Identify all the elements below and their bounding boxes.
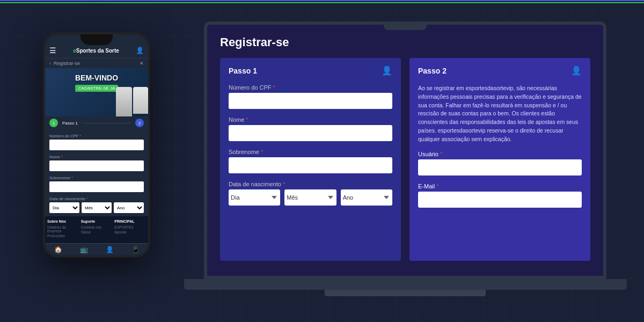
nome-input[interactable] <box>229 125 392 141</box>
phone-notch <box>80 34 113 45</box>
close-button[interactable]: ✕ <box>140 61 144 66</box>
footer-col1-item2[interactable]: Promoções <box>47 234 79 238</box>
home-icon: 🏠 <box>54 246 62 253</box>
laptop-screen-body: Registrar-se Passo 1 👤 Número do CPF <box>204 21 606 279</box>
hamburger-icon[interactable]: ☰ <box>49 46 56 55</box>
usuario-label: Usuário * <box>418 151 582 157</box>
footer-col3-item1[interactable]: ESPORTES <box>114 225 146 229</box>
scene-container: Registrar-se Passo 1 👤 Número do CPF <box>27 11 617 311</box>
footer-col1-item1[interactable]: Detalhes da Empresa <box>47 225 79 233</box>
footer-col-1: Sobre Nós Detalhes da Empresa Promoções <box>47 219 79 238</box>
phone-device: ☰ eSportes da Sorte 👤 ‹ Registrar-se ✕ B… <box>43 32 150 258</box>
footer-col-3: PRINCIPAL ESPORTES Apostar <box>114 219 146 238</box>
laptop-base <box>184 279 627 290</box>
bottom-nav-user[interactable]: 👤 <box>106 246 114 253</box>
phone-bottom-nav: 🏠 📺 👤 📱 <box>45 243 148 255</box>
sobrenome-field: Sobrenome * <box>229 149 392 173</box>
phone-nome-field: Nome * <box>49 155 144 171</box>
hero-subtitle: CADASTRE-SE JÁ <box>75 85 118 92</box>
footer-col3-item2[interactable]: Apostar <box>114 230 146 234</box>
usuario-field: Usuário * <box>418 151 582 175</box>
phone-cpf-input[interactable] <box>49 140 144 150</box>
bottom-nav-tv[interactable]: 📺 <box>80 246 88 253</box>
phone-sobrenome-input[interactable] <box>49 181 144 192</box>
laptop-content: Registrar-se Passo 1 👤 Número do CPF <box>207 25 603 276</box>
figure-2 <box>133 87 148 114</box>
phone-ano-select[interactable]: Ano <box>114 202 144 213</box>
phone-user-icon[interactable]: 👤 <box>136 47 144 54</box>
email-input[interactable] <box>418 192 582 208</box>
dob-required: * <box>283 181 285 187</box>
footer-col2-item1[interactable]: Contacte-nos <box>81 225 113 229</box>
cpf-required: * <box>273 84 275 91</box>
step1-header: Passo 1 👤 <box>229 65 392 76</box>
step2-header: Passo 2 👤 <box>418 65 582 76</box>
phone-screen: ☰ eSportes da Sorte 👤 ‹ Registrar-se ✕ B… <box>45 34 148 255</box>
phone-dob-field: Data de nascimento * Dia Mês Ano <box>49 196 144 213</box>
phone-dia-select[interactable]: Dia <box>49 202 79 213</box>
phone-dob-label: Data de nascimento * <box>49 196 144 201</box>
phone-step1-dot: 1 <box>49 119 58 127</box>
hero-title: BEM-VINDO <box>49 74 144 82</box>
email-label: E-Mail * <box>418 183 582 189</box>
email-field: E-Mail * <box>418 183 582 208</box>
phone-cpf-label: Número do CPF * <box>49 134 144 138</box>
footer-col2-title: Suporte <box>81 219 113 223</box>
phone-date-row: Dia Mês Ano <box>49 202 144 213</box>
step-line <box>82 123 131 123</box>
dia-select[interactable]: Dia <box>229 189 280 206</box>
figure-1 <box>116 87 132 116</box>
dob-field: Data de nascimento * Dia Mês <box>229 181 392 206</box>
date-row: Dia Mês Ano <box>229 189 392 206</box>
phone-hero: BEM-VINDO CADASTRE-SE JÁ <box>45 68 148 116</box>
nome-required: * <box>246 116 248 123</box>
phone-steps-bar: 1 Passo 1 2 <box>45 116 148 129</box>
blue-accent-line <box>0 0 644 1</box>
laptop-device: Registrar-se Passo 1 👤 Número do CPF <box>204 21 606 295</box>
phone-sobrenome-field: Sobrenome * <box>49 175 144 192</box>
nome-field: Nome * <box>229 116 392 141</box>
top-accent-lines <box>0 0 644 3</box>
phone-footer: Sobre Nós Detalhes da Empresa Promoções … <box>45 216 148 243</box>
phone-mes-select[interactable]: Mês <box>82 202 112 213</box>
laptop-screen: Registrar-se Passo 1 👤 Número do CPF <box>207 25 603 276</box>
step2-person-icon: 👤 <box>571 65 582 76</box>
footer-col2-item2[interactable]: Status <box>81 230 113 234</box>
laptop-stand <box>325 290 486 296</box>
page-title: Registrar-se <box>220 35 590 49</box>
steps-container: Passo 1 👤 Número do CPF * <box>220 58 590 261</box>
cpf-input[interactable] <box>229 93 392 109</box>
phone-step2-dot: 2 <box>135 119 144 127</box>
step1-person-icon: 👤 <box>382 65 392 76</box>
info-text: Ao se registrar em esportesdasortevip, s… <box>418 84 582 143</box>
sobrenome-input[interactable] <box>229 157 392 173</box>
email-required: * <box>436 183 438 189</box>
footer-col-2: Suporte Contacte-nos Status <box>81 219 113 238</box>
phone-form: Número do CPF * Nome * Sobrenome * <box>45 129 148 216</box>
dob-label: Data de nascimento * <box>229 181 392 187</box>
tv-icon: 📺 <box>80 246 88 253</box>
ano-select[interactable]: Ano <box>341 189 392 206</box>
bottom-nav-mobile[interactable]: 📱 <box>131 246 140 253</box>
step1-title: Passo 1 <box>229 67 257 75</box>
nome-label: Nome * <box>229 116 392 123</box>
phone-step1-label: Passo 1 <box>62 121 78 126</box>
cpf-field: Número do CPF * <box>229 84 392 109</box>
user-icon: 👤 <box>106 246 114 253</box>
back-button[interactable]: ‹ Registrar-se <box>49 61 80 66</box>
usuario-required: * <box>440 151 442 157</box>
footer-col3-title: PRINCIPAL <box>114 219 146 223</box>
phone-subnav: ‹ Registrar-se ✕ <box>45 58 148 68</box>
mes-select[interactable]: Mês <box>284 189 336 206</box>
phone-nome-input[interactable] <box>49 160 144 171</box>
cpf-label: Número do CPF * <box>229 84 392 91</box>
step1-panel: Passo 1 👤 Número do CPF * <box>220 58 401 261</box>
bottom-nav-home[interactable]: 🏠 <box>54 246 62 253</box>
green-accent-line <box>0 2 644 3</box>
phone-logo: eSportes da Sorte <box>73 48 119 54</box>
footer-col1-title: Sobre Nós <box>47 219 79 223</box>
usuario-input[interactable] <box>418 159 582 175</box>
phone-cpf-field: Número do CPF * <box>49 134 144 150</box>
sobrenome-required: * <box>261 149 263 155</box>
step2-title: Passo 2 <box>418 67 447 75</box>
